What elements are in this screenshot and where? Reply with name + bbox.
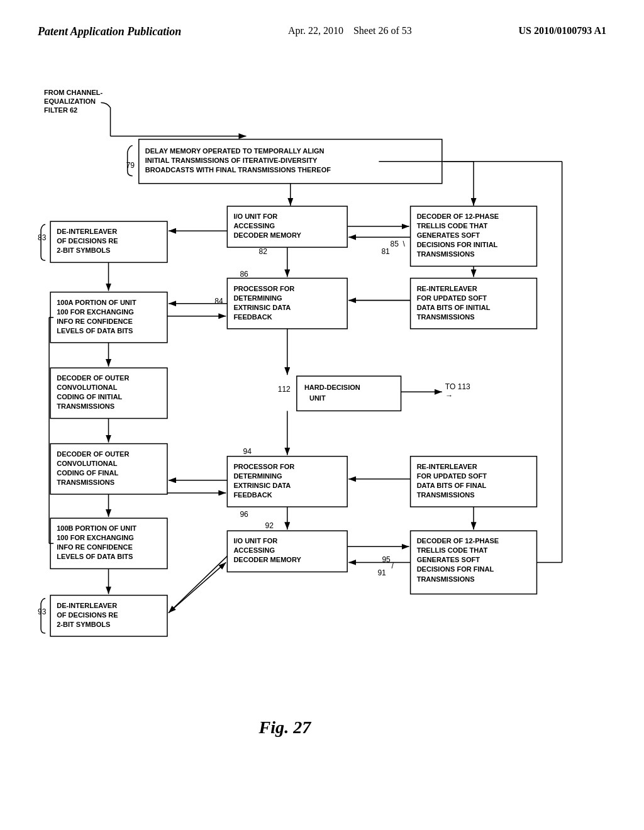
svg-text:100 FOR EXCHANGING: 100 FOR EXCHANGING — [57, 534, 134, 541]
svg-text:TRANSMISSIONS: TRANSMISSIONS — [417, 575, 475, 583]
svg-text:RE-INTERLEAVER: RE-INTERLEAVER — [417, 285, 477, 292]
from-channel-label: FROM CHANNEL- — [44, 89, 103, 96]
header-sheet: Sheet 26 of 53 — [353, 25, 412, 36]
svg-text:100A PORTION OF UNIT: 100A PORTION OF UNIT — [57, 299, 136, 306]
svg-text:EXTRINSIC DATA: EXTRINSIC DATA — [233, 482, 291, 489]
diagram-svg: FROM CHANNEL- EQUALIZATION FILTER 62 DEL… — [31, 64, 613, 777]
svg-text:TRANSMISSIONS: TRANSMISSIONS — [57, 479, 114, 486]
svg-text:OF DECISIONS RE: OF DECISIONS RE — [57, 611, 118, 619]
svg-text:TRANSMISSIONS: TRANSMISSIONS — [417, 250, 475, 258]
svg-text:INITIAL TRANSMISSIONS OF ITERA: INITIAL TRANSMISSIONS OF ITERATIVE-DIVER… — [145, 157, 318, 164]
svg-text:INFO RE CONFIDENCE: INFO RE CONFIDENCE — [57, 318, 133, 325]
svg-text:96: 96 — [240, 510, 248, 519]
svg-text:DE-INTERLEAVER: DE-INTERLEAVER — [57, 602, 117, 609]
header-date: Apr. 22, 2010 — [288, 25, 343, 36]
svg-text:DETERMINING: DETERMINING — [233, 294, 282, 302]
svg-text:CODING OF INITIAL: CODING OF INITIAL — [57, 393, 122, 401]
svg-text:OF DECISIONS RE: OF DECISIONS RE — [57, 237, 118, 245]
svg-text:PROCESSOR FOR: PROCESSOR FOR — [233, 463, 294, 470]
header-right: US 2010/0100793 A1 — [518, 25, 606, 36]
svg-text:TO 113: TO 113 — [445, 382, 470, 391]
svg-text:FEEDBACK: FEEDBACK — [233, 491, 272, 499]
svg-text:93: 93 — [38, 607, 47, 616]
svg-line-109 — [169, 556, 227, 612]
svg-text:\: \ — [403, 240, 406, 248]
header-center: Apr. 22, 2010 Sheet 26 of 53 — [288, 25, 412, 36]
svg-text:I/O UNIT FOR: I/O UNIT FOR — [233, 213, 277, 220]
svg-text:ACCESSING: ACCESSING — [233, 546, 275, 554]
svg-text:ACCESSING: ACCESSING — [233, 222, 275, 230]
svg-text:GENERATES SOFT: GENERATES SOFT — [417, 556, 480, 563]
svg-text:81: 81 — [381, 247, 390, 256]
header: Patent Application Publication Apr. 22, … — [0, 0, 644, 51]
svg-text:FILTER 62: FILTER 62 — [44, 106, 77, 114]
svg-text:EQUALIZATION: EQUALIZATION — [44, 97, 96, 105]
svg-text:TRELLIS CODE THAT: TRELLIS CODE THAT — [417, 546, 488, 554]
svg-text:82: 82 — [259, 247, 268, 256]
svg-text:84: 84 — [214, 297, 223, 306]
svg-text:92: 92 — [265, 521, 274, 530]
svg-text:HARD-DECISION: HARD-DECISION — [304, 384, 360, 391]
svg-text:DE-INTERLEAVER: DE-INTERLEAVER — [57, 228, 117, 235]
svg-text:PROCESSOR FOR: PROCESSOR FOR — [233, 285, 294, 292]
svg-text:LEVELS OF DATA BITS: LEVELS OF DATA BITS — [57, 327, 133, 335]
svg-text:2-BIT SYMBOLS: 2-BIT SYMBOLS — [57, 246, 110, 254]
svg-text:INFO RE CONFIDENCE: INFO RE CONFIDENCE — [57, 543, 133, 551]
svg-text:94: 94 — [243, 447, 252, 456]
svg-text:FEEDBACK: FEEDBACK — [233, 313, 272, 321]
svg-text:DECISIONS FOR INITIAL: DECISIONS FOR INITIAL — [417, 241, 498, 248]
svg-line-108 — [169, 562, 226, 612]
svg-text:FOR UPDATED SOFT: FOR UPDATED SOFT — [417, 472, 487, 480]
svg-text:95: 95 — [382, 555, 391, 564]
svg-text:LEVELS OF DATA BITS: LEVELS OF DATA BITS — [57, 553, 133, 560]
svg-text:CONVOLUTIONAL: CONVOLUTIONAL — [57, 384, 117, 391]
svg-text:CONVOLUTIONAL: CONVOLUTIONAL — [57, 460, 117, 467]
svg-text:2-BIT SYMBOLS: 2-BIT SYMBOLS — [57, 621, 110, 628]
svg-text:DECODER OF OUTER: DECODER OF OUTER — [57, 374, 129, 382]
svg-text:DECODER OF 12-PHASE: DECODER OF 12-PHASE — [417, 537, 499, 545]
svg-text:DECODER OF OUTER: DECODER OF OUTER — [57, 450, 129, 458]
svg-text:91: 91 — [377, 568, 386, 577]
svg-text:DATA BITS OF FINAL: DATA BITS OF FINAL — [417, 482, 487, 489]
svg-text:EXTRINSIC DATA: EXTRINSIC DATA — [233, 304, 291, 311]
svg-text:I/O UNIT FOR: I/O UNIT FOR — [233, 537, 277, 545]
svg-text:DECODER MEMORY: DECODER MEMORY — [233, 556, 301, 563]
svg-text:100B PORTION OF UNIT: 100B PORTION OF UNIT — [57, 524, 136, 532]
svg-text:100 FOR EXCHANGING: 100 FOR EXCHANGING — [57, 308, 134, 316]
svg-text:DELAY MEMORY OPERATED TO TEMPO: DELAY MEMORY OPERATED TO TEMPORALLY ALIG… — [145, 147, 325, 155]
svg-text:RE-INTERLEAVER: RE-INTERLEAVER — [417, 463, 477, 470]
svg-text:DETERMINING: DETERMINING — [233, 472, 282, 480]
svg-text:→: → — [445, 391, 453, 400]
fig-label: Fig. 27 — [258, 717, 312, 737]
svg-text:TRANSMISSIONS: TRANSMISSIONS — [417, 313, 475, 321]
svg-text:BROADCASTS WITH FINAL TRANSMIS: BROADCASTS WITH FINAL TRANSMISSIONS THER… — [145, 166, 331, 174]
svg-text:83: 83 — [38, 233, 47, 242]
svg-text:85: 85 — [390, 240, 399, 248]
svg-text:DECODER MEMORY: DECODER MEMORY — [233, 231, 301, 239]
svg-text:112: 112 — [278, 385, 291, 394]
diagram-area: FROM CHANNEL- EQUALIZATION FILTER 62 DEL… — [0, 51, 644, 802]
svg-text:DATA BITS OF INITIAL: DATA BITS OF INITIAL — [417, 304, 491, 311]
svg-text:86: 86 — [240, 270, 248, 279]
svg-text:TRANSMISSIONS: TRANSMISSIONS — [417, 491, 475, 499]
svg-text:DECISIONS FOR FINAL: DECISIONS FOR FINAL — [417, 565, 494, 573]
header-left: Patent Application Publication — [38, 25, 181, 38]
svg-text:UNIT: UNIT — [309, 394, 326, 402]
svg-text:/: / — [391, 562, 394, 570]
svg-text:CODING OF FINAL: CODING OF FINAL — [57, 469, 118, 477]
svg-text:FOR UPDATED SOFT: FOR UPDATED SOFT — [417, 294, 487, 302]
page: Patent Application Publication Apr. 22, … — [0, 0, 644, 830]
svg-text:TRANSMISSIONS: TRANSMISSIONS — [57, 402, 114, 410]
node-hard-box — [297, 376, 401, 411]
svg-text:TRELLIS CODE THAT: TRELLIS CODE THAT — [417, 222, 488, 230]
svg-text:DECODER OF 12-PHASE: DECODER OF 12-PHASE — [417, 213, 499, 220]
svg-text:GENERATES SOFT: GENERATES SOFT — [417, 231, 480, 239]
